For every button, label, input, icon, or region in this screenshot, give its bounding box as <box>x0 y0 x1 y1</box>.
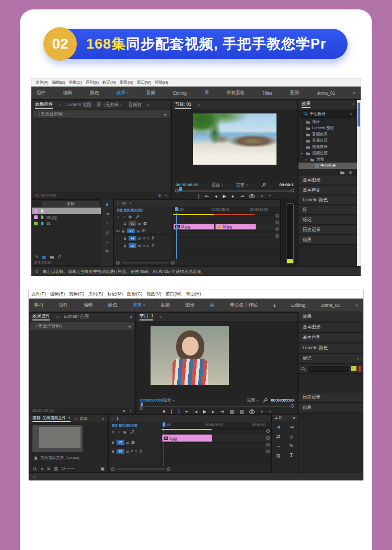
effects-search-box[interactable]: 中心拆分 × <box>301 110 355 118</box>
sync-lock-icon[interactable]: ▤ <box>138 222 141 225</box>
add-marker-icon[interactable]: ◉ <box>129 214 132 219</box>
mic-icon[interactable] <box>151 243 155 248</box>
panel-header-history[interactable]: 历史记录 <box>298 225 357 235</box>
menu-markers[interactable]: 标记(M) <box>102 80 116 85</box>
playhead-line[interactable] <box>164 428 164 466</box>
menu-clip[interactable]: 剪辑(C) <box>69 291 84 297</box>
menu-sequence[interactable]: 序列(S) <box>88 291 103 297</box>
step-forward-icon[interactable]: ▸ <box>232 193 234 199</box>
add-button-icon[interactable]: + <box>269 409 271 414</box>
sync-lock-icon[interactable]: ▤ <box>126 450 129 453</box>
solo-button[interactable]: S <box>147 244 149 247</box>
track-target-v2[interactable]: V2 <box>129 221 136 226</box>
step-forward-icon[interactable]: ▸ <box>212 409 214 414</box>
program-timecode[interactable]: 00:00:00:00 <box>176 182 199 187</box>
project-item-thumbnail[interactable]: ▪▪ <box>32 425 83 452</box>
export-frame-camera-icon[interactable] <box>249 409 255 414</box>
fit-dropdown[interactable]: 适合▾ <box>163 397 175 403</box>
search-icon[interactable] <box>32 466 37 471</box>
mic-icon[interactable] <box>139 449 143 454</box>
sequence-tab-label[interactable]: 1 <box>117 416 119 421</box>
workspace-tab-editing[interactable]: Editing <box>291 303 306 308</box>
scroll-handle[interactable] <box>266 429 270 433</box>
resolution-dropdown[interactable]: 完整▾ <box>236 182 248 188</box>
effects-tree-item[interactable]: ▾视频过渡 <box>298 150 357 156</box>
track-lane-v2[interactable] <box>173 215 280 223</box>
ripple-edit-tool-icon[interactable]: ⇄ <box>276 433 281 439</box>
chevron-right-icon[interactable]: › <box>301 133 304 136</box>
tab-overflow-icon[interactable]: » <box>102 417 105 421</box>
scroll-handle[interactable] <box>266 436 270 440</box>
panel-header-info[interactable]: 信息 <box>298 403 363 414</box>
razor-tool-icon[interactable]: ◇ <box>106 230 109 235</box>
markers-search-input[interactable] <box>308 366 349 372</box>
button-overflow-icon[interactable]: » <box>260 409 263 414</box>
track-lanes-area[interactable]: 00:00 00:00:05:00 00:00:10 <box>162 422 271 466</box>
workspace-tab-effects[interactable]: 效果≡ <box>133 302 145 308</box>
effects-tree-item-selected[interactable]: 中心拆分 <box>298 163 357 169</box>
chevron-right-icon[interactable]: › <box>301 145 304 148</box>
selection-tool-icon[interactable]: ➤ <box>275 424 282 430</box>
project-item[interactable]: 01 <box>32 220 101 226</box>
lock-icon[interactable] <box>111 449 115 453</box>
close-icon[interactable]: × <box>117 201 120 205</box>
track-target-v1[interactable]: V1 <box>127 228 135 233</box>
go-to-out-icon[interactable]: ⇥ <box>220 409 224 414</box>
go-to-out-icon[interactable]: ⇥ <box>240 193 244 199</box>
scrubber-left-handle[interactable] <box>175 189 179 192</box>
workspace-overflow-icon[interactable]: » <box>353 90 355 96</box>
label-chip-pink[interactable] <box>34 209 38 213</box>
menu-edit[interactable]: 编辑(E) <box>50 291 65 297</box>
marker-red-chip[interactable] <box>359 366 361 372</box>
scrollbar-thumb[interactable] <box>117 468 165 470</box>
effects-tree-item[interactable]: ›视频效果 <box>298 144 357 150</box>
timeline-timecode[interactable]: 00:00:00:00 <box>109 422 161 429</box>
source-patch-label[interactable]: V1 <box>116 230 120 233</box>
mute-button[interactable]: M <box>143 244 145 247</box>
sync-lock-icon[interactable]: ▤ <box>126 441 129 444</box>
solo-button[interactable]: S <box>147 237 149 240</box>
workspace-tab-components[interactable]: 组件 <box>59 302 68 308</box>
timeline-scrollbar[interactable] <box>114 259 280 266</box>
menu-help[interactable]: 帮助(H) <box>155 80 168 85</box>
tab-effect-controls[interactable]: 效果控件 <box>35 101 53 109</box>
play-icon[interactable]: ▶ <box>159 193 162 198</box>
button-overflow-icon[interactable]: » <box>260 193 263 199</box>
scrubber-right-handle[interactable] <box>291 404 294 408</box>
sync-lock-icon[interactable]: ▤ <box>138 244 141 247</box>
menu-clip[interactable]: 剪辑(C) <box>69 80 82 85</box>
audio-meter[interactable] <box>286 203 294 264</box>
slip-tool-icon[interactable]: ↔ <box>276 443 281 449</box>
timeline-clip[interactable]: fx 02.jpg <box>215 224 256 230</box>
list-view-icon[interactable]: ≣ <box>47 466 51 471</box>
step-back-icon[interactable]: ◂ <box>215 193 217 199</box>
razor-tool-icon[interactable]: ◇ <box>290 433 293 439</box>
workspace-tab-graphics[interactable]: 图形 <box>290 90 299 96</box>
chevron-right-icon[interactable]: › <box>301 139 304 142</box>
close-icon[interactable]: × <box>112 416 114 421</box>
tab-program-monitor[interactable]: 节目: 01 <box>175 101 191 109</box>
loop-icon[interactable]: ↻ <box>129 409 132 413</box>
menu-edit[interactable]: 编辑(E) <box>52 80 65 85</box>
chevron-down-icon[interactable]: ▾ <box>305 158 308 162</box>
fit-dropdown[interactable]: 适合▾ <box>212 182 223 188</box>
lock-icon[interactable] <box>121 229 125 233</box>
panel-header-essential-sound[interactable]: 基本声音 <box>298 333 363 343</box>
panel-header-essential-graphics[interactable]: 基本图形 <box>298 323 363 333</box>
panel-menu-icon[interactable]: ≡ <box>122 417 124 420</box>
workspace-tab-titles[interactable]: Titles <box>262 90 272 96</box>
marker-color-chip[interactable] <box>351 366 356 371</box>
scroll-handle[interactable] <box>275 221 279 224</box>
workspace-tab-color[interactable]: 颜色 <box>90 90 99 96</box>
tab-effect-controls[interactable]: 效果控件 <box>32 313 50 320</box>
workspace-tab-unnamed[interactable]: 未命名工作区 <box>230 302 258 308</box>
tab-program-monitor[interactable]: 节目: 1 <box>140 313 153 320</box>
timeline-clip[interactable]: fx 01.jpg <box>174 224 214 230</box>
panel-menu-icon[interactable]: ≡ <box>357 357 359 361</box>
play-icon[interactable]: ▶ <box>123 409 126 413</box>
settings-wrench-icon[interactable] <box>261 182 266 188</box>
panel-menu-icon[interactable]: ≡ <box>75 417 77 421</box>
ripple-edit-tool-icon[interactable]: + <box>106 221 108 226</box>
settings-wrench-icon[interactable] <box>262 398 268 403</box>
timeline-ruler[interactable]: 00:00 00:00:05:00 00:00:10:00 <box>173 207 280 213</box>
